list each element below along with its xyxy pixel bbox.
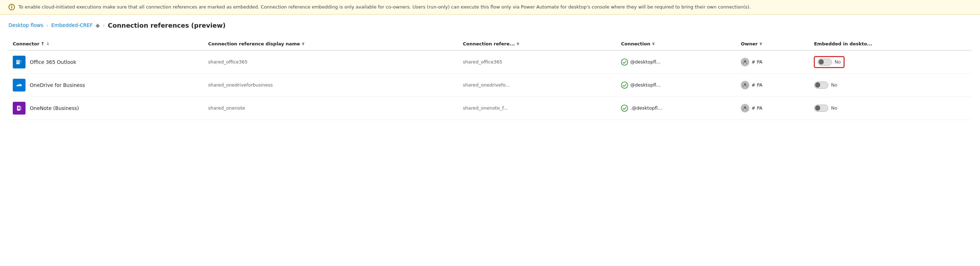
connection-ref-display-1: shared_onedriveforbusiness [208,82,272,88]
owner-text-2: # PA [751,105,762,111]
page-title: Connection references (preview) [108,22,226,29]
svg-point-14 [621,105,628,111]
connector-cell-1: OneDrive for Business [13,79,200,91]
onedrive-icon [13,79,25,91]
svg-rect-3 [17,61,19,62]
check-icon-1 [621,81,628,89]
connection-cell-0: @desktopfl... [621,59,732,65]
svg-rect-2 [17,60,19,61]
embedded-toggle-1[interactable] [814,81,828,89]
info-banner: i To enable cloud-initiated executions m… [0,0,980,14]
embedded-cell-2: No [814,105,967,112]
connection-ref-2: shared_onenote_f... [463,105,508,111]
table-row: Office 365 Outlook shared_office365share… [8,50,972,74]
sort-down-icon: ↓ [46,41,49,46]
connector-cell-2: N OneNote (Business) [13,102,200,115]
sort-up-icon: ↑ [41,41,45,46]
embedded-toggle-0[interactable] [818,59,832,65]
connector-name-2: OneNote (Business) [30,105,79,111]
breadcrumb-diamond-icon: ◆ [95,22,100,29]
embedded-label-0: No [835,59,841,65]
svg-rect-13 [20,107,21,110]
connection-ref-display-0: shared_office365 [208,59,247,65]
svg-point-8 [621,82,628,88]
embedded-label-1: No [831,82,837,88]
chevron-ref-icon: ∨ [516,41,520,46]
col-header-connection-ref[interactable]: Connection refere... ∨ [459,38,617,50]
avatar-1 [741,81,749,89]
connection-references-table: Connector ↑ ↓ Connection reference displ… [0,32,980,126]
svg-rect-4 [17,62,18,63]
table-row: N OneNote (Business) shared_onenoteshare… [8,97,972,119]
col-header-display-name[interactable]: Connection reference display name ∨ [204,38,459,50]
breadcrumb-sep-1: › [46,22,48,29]
breadcrumb-sep-2: › [103,22,105,29]
table-header-row: Connector ↑ ↓ Connection reference displ… [8,38,972,50]
chevron-connection-icon: ∨ [652,41,655,46]
onenote-icon: N [13,102,25,115]
breadcrumb: Desktop flows › Embedded-CREF ◆ › Connec… [0,14,980,32]
col-header-connection[interactable]: Connection ∨ [617,38,737,50]
info-icon: i [8,4,15,10]
embedded-cell-0: No [814,56,845,68]
embedded-cell-1: No [814,81,967,89]
owner-cell-0: # PA [741,58,805,66]
connector-name-1: OneDrive for Business [30,82,85,88]
svg-point-5 [621,59,628,65]
chevron-display-name-icon: ∨ [301,41,305,46]
breadcrumb-desktop-flows[interactable]: Desktop flows [8,22,43,28]
connector-name-0: Office 365 Outlook [30,59,76,65]
col-header-connector[interactable]: Connector ↑ ↓ [8,38,204,50]
col-header-owner[interactable]: Owner ∨ [737,38,810,50]
connector-cell-0: Office 365 Outlook [13,56,200,68]
breadcrumb-embedded-cref[interactable]: Embedded-CREF [51,22,93,28]
outlook-icon [13,56,25,68]
table-row: OneDrive for Business shared_onedrivefor… [8,73,972,97]
connection-text-1: @desktopfl... [630,82,660,88]
avatar-0 [741,58,749,66]
connection-text-2: .@desktopfl... [630,105,662,111]
col-header-embedded: Embedded in deskto... [810,38,972,50]
owner-cell-1: # PA [741,81,805,89]
owner-text-0: # PA [751,59,762,65]
owner-text-1: # PA [751,82,762,88]
owner-cell-2: # PA [741,104,805,112]
check-icon-0 [621,59,628,65]
connection-ref-0: shared_office365 [463,59,502,65]
banner-text: To enable cloud-initiated executions mak… [18,3,751,11]
connection-cell-2: .@desktopfl... [621,105,732,112]
connection-text-0: @desktopfl... [630,59,660,65]
chevron-owner-icon: ∨ [759,41,763,46]
avatar-2 [741,104,749,112]
connection-ref-display-2: shared_onenote [208,105,245,111]
connection-cell-1: @desktopfl... [621,81,732,89]
embedded-label-2: No [831,105,837,111]
check-icon-2 [621,105,628,112]
embedded-toggle-2[interactable] [814,105,828,112]
connection-ref-1: shared_onedrivefo... [463,82,510,88]
